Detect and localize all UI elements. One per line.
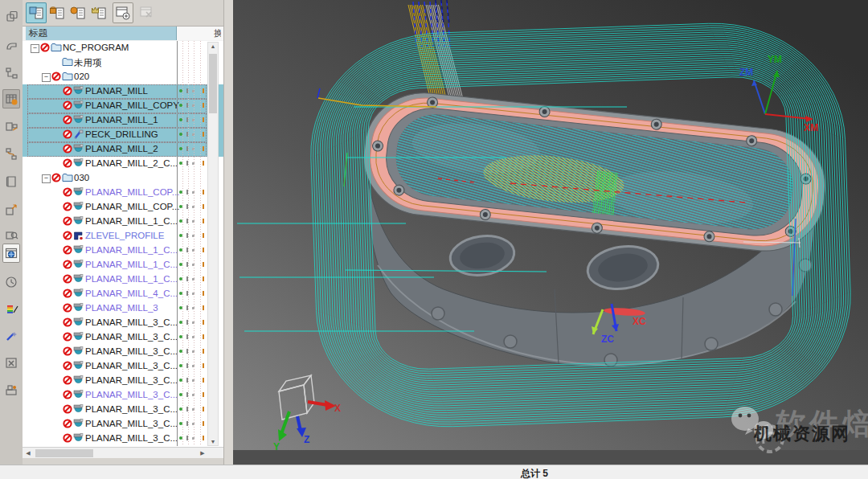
operation-label: PLANAR_MILL_COP... bbox=[85, 202, 179, 211]
mill-icon bbox=[73, 216, 84, 227]
cube-x-label: X bbox=[334, 403, 341, 414]
zlevel-icon bbox=[73, 231, 84, 242]
assembly-navigator-icon[interactable] bbox=[2, 6, 20, 26]
expand-toggle[interactable]: − bbox=[31, 44, 39, 53]
operation-label: 030 bbox=[74, 173, 89, 182]
find-window-button[interactable] bbox=[113, 2, 133, 23]
feature-search-icon[interactable] bbox=[2, 225, 20, 244]
notebook-icon[interactable] bbox=[2, 172, 20, 191]
unregenerated-icon bbox=[63, 390, 74, 401]
unregenerated-icon bbox=[63, 375, 74, 387]
operation-label: NC_PROGRAM bbox=[63, 43, 129, 52]
cube-y-label: Y bbox=[273, 441, 280, 452]
unregenerated-icon bbox=[63, 245, 74, 256]
machine-tool-view-button[interactable] bbox=[47, 2, 68, 23]
part-navigator-icon[interactable] bbox=[2, 63, 20, 83]
operation-label: PLANAR_MILL_3 bbox=[85, 303, 158, 313]
mill-icon bbox=[73, 187, 84, 199]
horizontal-scrollbar[interactable]: ◀ ▶ bbox=[23, 447, 223, 459]
geometry-view-button[interactable] bbox=[68, 2, 88, 23]
part-family-icon[interactable] bbox=[2, 200, 20, 219]
operation-label: PLANAR_MILL_4_C... bbox=[85, 289, 178, 298]
horizontal-scrollbar-thumb[interactable] bbox=[35, 449, 93, 457]
vertical-scrollbar[interactable]: ▲ ▼ bbox=[207, 42, 219, 446]
unregenerated-icon bbox=[63, 433, 74, 444]
operation-label: PLANAR_MILL bbox=[85, 86, 148, 96]
expand-toggle[interactable]: − bbox=[42, 73, 51, 82]
column-header-toolchange-clipped[interactable]: 换 bbox=[214, 27, 221, 40]
mill-icon bbox=[73, 100, 84, 112]
unregenerated-icon bbox=[63, 202, 74, 213]
mill-icon bbox=[73, 303, 84, 314]
mill-icon bbox=[73, 332, 84, 343]
unregenerated-icon bbox=[63, 129, 74, 141]
status-mark bbox=[203, 262, 204, 267]
unregenerated-icon bbox=[63, 289, 74, 300]
unregenerated-icon bbox=[63, 115, 74, 126]
status-mark bbox=[203, 305, 204, 310]
status-mark bbox=[203, 291, 204, 296]
column-header-title[interactable]: 标题 bbox=[26, 27, 177, 40]
mill-icon bbox=[73, 419, 84, 430]
history-icon[interactable] bbox=[2, 272, 20, 292]
unregenerated-icon bbox=[51, 72, 63, 83]
operation-label: PECK_DRILLING bbox=[85, 129, 158, 139]
mill-icon bbox=[73, 274, 84, 285]
customize-tools-icon[interactable] bbox=[2, 353, 20, 372]
visualization-wand-icon[interactable] bbox=[2, 326, 20, 346]
vertical-scrollbar-thumb[interactable] bbox=[209, 54, 217, 113]
unregenerated-icon bbox=[51, 173, 63, 184]
unregenerated-icon bbox=[63, 404, 74, 416]
status-mark bbox=[203, 132, 204, 137]
viewport-bottom-strip bbox=[233, 450, 868, 465]
operation-label: PLANAR_MILL_1_C... bbox=[85, 216, 178, 226]
operation-label: PLANAR_MILL_3_C... bbox=[85, 346, 178, 356]
mcs-y-label: YM bbox=[768, 54, 782, 65]
program-order-view-button[interactable] bbox=[26, 2, 47, 23]
unregenerated-icon bbox=[63, 346, 74, 358]
status-mark bbox=[203, 190, 204, 194]
unregenerated-icon bbox=[63, 187, 74, 199]
operation-label: PLANAR_MILL_3_C... bbox=[85, 433, 178, 443]
column-separator bbox=[188, 41, 189, 446]
operation-label: 未用项 bbox=[74, 57, 102, 69]
column-separator bbox=[194, 41, 194, 446]
close-find-window-button[interactable] bbox=[137, 2, 158, 23]
unregenerated-icon bbox=[63, 361, 74, 372]
operation-navigator-panel: 标题 换 −NC_PROGRAM未用项−020PLANAR_MILLPLANAR… bbox=[23, 0, 223, 465]
mill-icon bbox=[73, 245, 84, 256]
status-mark bbox=[203, 103, 204, 108]
unregenerated-icon bbox=[63, 216, 74, 227]
status-mark bbox=[203, 117, 204, 122]
process-assistant-icon[interactable] bbox=[2, 144, 20, 163]
status-mark bbox=[203, 276, 204, 281]
expand-toggle[interactable]: − bbox=[42, 174, 51, 183]
nx-cam-window: 标题 换 −NC_PROGRAM未用项−020PLANAR_MILLPLANAR… bbox=[0, 0, 868, 479]
machining-method-view-button[interactable] bbox=[88, 2, 109, 23]
operation-label: PLANAR_MILL_1_C... bbox=[85, 245, 178, 255]
mill-icon bbox=[73, 317, 84, 329]
mill-icon bbox=[73, 158, 84, 170]
status-mark bbox=[203, 248, 204, 252]
status-mark bbox=[203, 436, 204, 440]
status-mark bbox=[203, 407, 204, 411]
web-browser-icon[interactable] bbox=[2, 244, 20, 263]
operation-label: 020 bbox=[74, 72, 89, 81]
operation-label: PLANAR_MILL_3_C... bbox=[85, 317, 178, 327]
graphics-viewport[interactable]: ZM YM XM XC ZC X bbox=[233, 0, 868, 465]
resource-bar bbox=[0, 0, 23, 465]
mill-icon bbox=[73, 361, 84, 372]
operation-label: ZLEVEL_PROFILE bbox=[85, 231, 164, 240]
machine-tool-navigator-icon[interactable] bbox=[2, 117, 20, 136]
unregenerated-icon bbox=[63, 303, 74, 314]
operation-navigator-icon[interactable] bbox=[2, 89, 20, 108]
unregenerated-icon bbox=[63, 158, 74, 170]
status-bar: 总计 5 bbox=[0, 465, 868, 479]
unregenerated-icon bbox=[63, 100, 74, 112]
visualization-palette-icon[interactable] bbox=[2, 300, 20, 319]
cube-z-label: Z bbox=[304, 434, 309, 445]
operation-label: PLANAR_MILL_3_C... bbox=[85, 404, 178, 414]
column-divider bbox=[177, 41, 178, 446]
machine-library-icon[interactable] bbox=[2, 380, 20, 399]
constraint-navigator-icon[interactable] bbox=[2, 36, 20, 55]
